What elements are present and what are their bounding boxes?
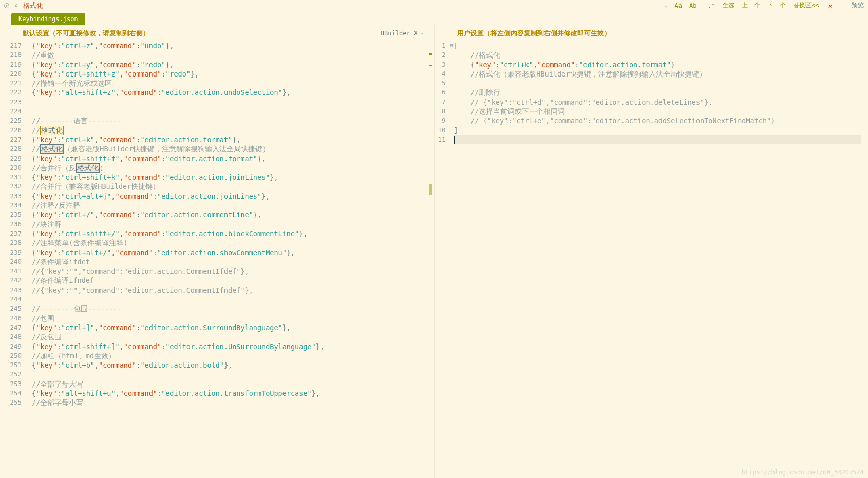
scheme-dropdown[interactable]: HBuilder X ▾ xyxy=(381,30,424,37)
dropdown-caret-icon[interactable]: ⌄ xyxy=(664,3,667,8)
pane-title: 默认设置（不可直接修改，请复制到右侧） xyxy=(23,29,149,38)
case-toggle[interactable]: Aa xyxy=(675,2,682,9)
code-area[interactable]: [ //格式化 {"key":"ctrl+k","command":"edito… xyxy=(454,41,861,144)
search-icon[interactable]: ⌕ xyxy=(14,2,18,9)
select-all-button[interactable]: 全选 xyxy=(722,1,734,10)
tab-keybindings[interactable]: Keybindings.json xyxy=(11,13,85,25)
split-editor: 默认设置（不可直接修改，请复制到右侧） HBuilder X ▾ 2172182… xyxy=(0,25,868,478)
chevron-down-icon: ▾ xyxy=(421,31,423,36)
close-icon[interactable]: ✕ xyxy=(826,2,835,10)
pane-title: 用户设置（将左侧内容复制到右侧并修改即可生效） xyxy=(457,29,611,38)
right-editor[interactable]: 1234567891011 ⊟ [ //格式化 {"key":"ctrl+k",… xyxy=(435,41,869,478)
preview-button[interactable]: 预览 xyxy=(842,1,864,10)
word-toggle[interactable]: Ab̲ xyxy=(689,2,701,9)
watermark: https://blog.csdn.net/m0_50207524 xyxy=(742,469,864,476)
find-toolbar: ⌕ 格式化 ⌄ Aa Ab̲ .* 全选 上一个 下一个 替换区<< ✕ 预览 xyxy=(0,0,868,11)
scheme-dropdown-label: HBuilder X xyxy=(381,30,418,37)
tab-bar: Keybindings.json xyxy=(0,11,868,25)
search-term[interactable]: 格式化 xyxy=(23,1,43,10)
left-editor[interactable]: 2172182192202212222232242252262272282292… xyxy=(0,41,434,478)
user-settings-pane: 用户设置（将左侧内容复制到右侧并修改即可生效） 1234567891011 ⊟ … xyxy=(435,25,869,478)
run-icon[interactable] xyxy=(4,3,9,8)
code-area[interactable]: {"key":"ctrl+z","command":"undo"},//重做{"… xyxy=(32,41,427,408)
next-match-button[interactable]: 下一个 xyxy=(767,1,786,10)
line-gutter: 2172182192202212222232242252262272282292… xyxy=(0,41,25,408)
minimap[interactable] xyxy=(428,41,432,478)
line-gutter: 1234567891011 xyxy=(435,41,449,144)
default-settings-pane: 默认设置（不可直接修改，请复制到右侧） HBuilder X ▾ 2172182… xyxy=(0,25,435,478)
replace-button[interactable]: 替换区<< xyxy=(793,1,819,10)
prev-match-button[interactable]: 上一个 xyxy=(742,1,760,10)
regex-toggle[interactable]: .* xyxy=(708,2,715,9)
